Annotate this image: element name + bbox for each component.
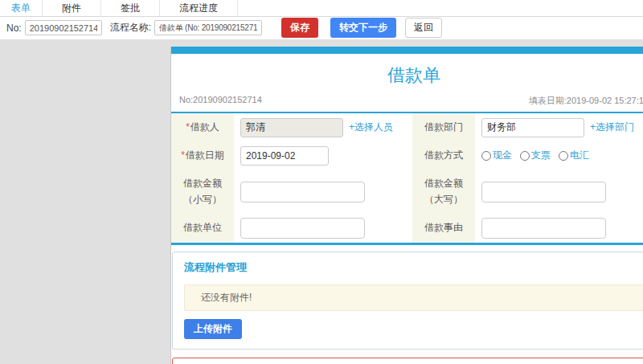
back-button[interactable]: 返回 [405,18,442,38]
required-asterisk: * [181,149,185,161]
save-button[interactable]: 保存 [281,18,318,38]
borrow-unit-field [234,214,412,243]
borrower-input[interactable] [240,118,343,137]
no-input[interactable] [25,20,102,35]
action-toolbar: No: 流程名称: 保存 转交下一步 返回 [0,17,643,39]
attachments-section: 流程附件管理 还没有附件! 上传附件 [172,252,643,350]
page-title: 借款单 [171,54,643,95]
cheque-radio[interactable] [520,151,530,161]
process-name-label: 流程名称: [110,21,151,35]
tab-form[interactable]: 表单 [0,0,43,16]
sheet-fill-date: 填表日期:2019-09-02 15:27:14 [529,95,643,107]
forward-next-step-button[interactable]: 转交下一步 [330,18,396,38]
tab-attachments[interactable]: 附件 [43,0,101,16]
borrow-method-label: 借款方式 [412,141,475,170]
borrow-reason-field [475,214,643,243]
method-option-cheque[interactable]: 支票 [520,149,551,162]
top-bar: 表单 附件 签批 流程进度 No: 流程名称: 保存 转交下一步 返回 [0,0,643,39]
borrow-method-field: 现金 支票 电汇 [475,141,643,170]
borrower-field: +选择人员 [234,113,412,141]
amount-big-field [475,170,643,213]
borrow-unit-input[interactable] [240,218,365,239]
no-label: No: [6,22,22,34]
no-attachments-alert: 还没有附件! [184,284,643,311]
tab-bar: 表单 附件 签批 流程进度 [0,0,643,17]
borrow-unit-label: 借款单位 [171,214,234,243]
borrow-reason-label: 借款事由 [412,214,475,243]
sheet-meta: No:20190902152714 填表日期:2019-09-02 15:27:… [171,95,643,112]
select-person-link[interactable]: +选择人员 [349,121,393,134]
loan-form-grid: *借款人 +选择人员 借款部门 +选择部门 *借款日期 借款方式 [171,112,643,245]
page-content: 借款单 No:20190902152714 填表日期:2019-09-02 15… [0,39,643,364]
amount-big-label: 借款金额（大写） [412,170,475,213]
process-name-input[interactable] [154,20,262,35]
department-label: 借款部门 [412,113,475,141]
borrow-reason-input[interactable] [481,218,606,239]
method-option-wire[interactable]: 电汇 [559,149,589,162]
borrow-date-input[interactable] [240,146,329,166]
approval-section: 流程签批意见 B I abc A [172,358,643,364]
borrow-date-field [234,141,412,170]
amount-small-field [234,170,412,213]
select-department-link[interactable]: +选择部门 [590,121,634,134]
amount-small-input[interactable] [240,182,365,202]
borrower-label: *借款人 [171,113,234,141]
cash-radio[interactable] [481,151,491,161]
wire-radio[interactable] [559,151,568,161]
required-asterisk: * [186,121,190,133]
tab-approval[interactable]: 签批 [101,0,160,16]
sheet-no: No:20190902152714 [179,95,262,107]
amount-big-input[interactable] [481,182,606,202]
borrow-date-label: *借款日期 [171,141,234,170]
panel-accent-bar [171,47,643,54]
loan-form-panel: 借款单 No:20190902152714 填表日期:2019-09-02 15… [170,47,643,364]
tab-process-progress[interactable]: 流程进度 [160,0,238,16]
method-option-cash[interactable]: 现金 [481,149,512,162]
department-input[interactable] [481,118,584,137]
attachments-title: 流程附件管理 [184,260,643,275]
amount-small-label: 借款金额（小写） [171,170,234,213]
upload-attachment-button[interactable]: 上传附件 [184,319,242,339]
department-field: +选择部门 [475,113,643,141]
